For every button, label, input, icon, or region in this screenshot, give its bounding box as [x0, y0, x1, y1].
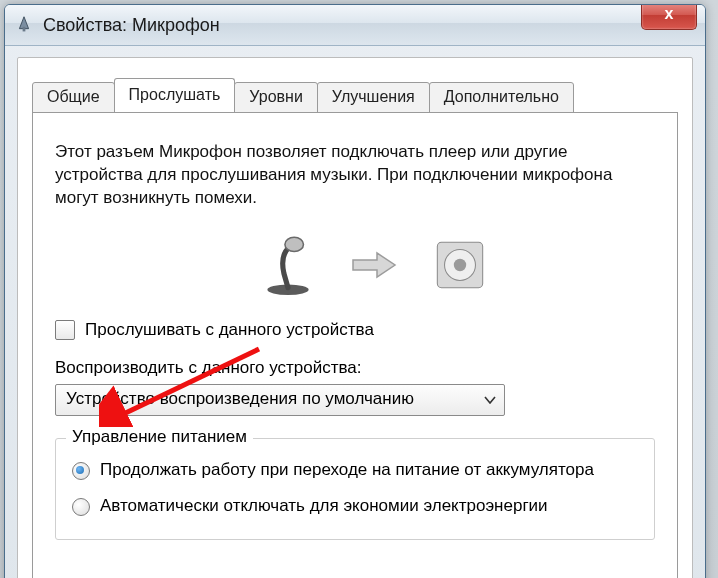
listen-checkbox-row[interactable]: Прослушивать с данного устройства [55, 320, 655, 340]
titlebar[interactable]: Свойства: Микрофон x [5, 5, 705, 46]
power-option-continue[interactable]: Продолжать работу при переходе на питани… [72, 459, 638, 481]
microphone-device-icon [255, 232, 321, 301]
chevron-down-icon [484, 389, 496, 409]
window-title: Свойства: Микрофон [43, 15, 220, 36]
tab-page-listen: Этот разъем Микрофон позволяет подключат… [32, 112, 678, 578]
tab-levels[interactable]: Уровни [234, 82, 318, 113]
svg-rect-0 [23, 27, 26, 32]
properties-window: Свойства: Микрофон x Общие Прослушать Ур… [4, 4, 706, 578]
radio-auto-off-label: Автоматически отключать для экономии эле… [100, 495, 548, 517]
listen-checkbox[interactable] [55, 320, 75, 340]
svg-point-3 [285, 237, 304, 251]
listen-checkbox-label: Прослушивать с данного устройства [85, 320, 374, 340]
playback-device-label: Воспроизводить с данного устройства: [55, 358, 655, 378]
playback-device-select[interactable]: Устройство воспроизведения по умолчанию [55, 384, 505, 416]
speaker-device-icon [427, 232, 493, 301]
client-area: Общие Прослушать Уровни Улучшения Дополн… [17, 57, 693, 578]
close-button[interactable]: x [641, 4, 697, 30]
tab-advanced[interactable]: Дополнительно [429, 82, 574, 113]
radio-auto-off[interactable] [72, 498, 90, 516]
power-option-auto-off[interactable]: Автоматически отключать для экономии эле… [72, 495, 638, 517]
radio-continue-label: Продолжать работу при переходе на питани… [100, 459, 594, 481]
playback-device-value: Устройство воспроизведения по умолчанию [66, 389, 414, 409]
arrow-right-icon [351, 250, 397, 283]
device-diagram [55, 232, 655, 302]
radio-continue[interactable] [72, 462, 90, 480]
tab-enhancements[interactable]: Улучшения [317, 82, 430, 113]
power-management-legend: Управление питанием [66, 427, 253, 447]
microphone-icon [13, 14, 35, 36]
tab-strip: Общие Прослушать Уровни Улучшения Дополн… [32, 78, 678, 113]
tab-listen[interactable]: Прослушать [114, 78, 236, 113]
power-management-group: Управление питанием Продолжать работу пр… [55, 438, 655, 540]
close-icon: x [665, 5, 674, 22]
svg-point-6 [454, 259, 466, 271]
listen-description: Этот разъем Микрофон позволяет подключат… [55, 141, 655, 210]
tab-general[interactable]: Общие [32, 82, 115, 113]
